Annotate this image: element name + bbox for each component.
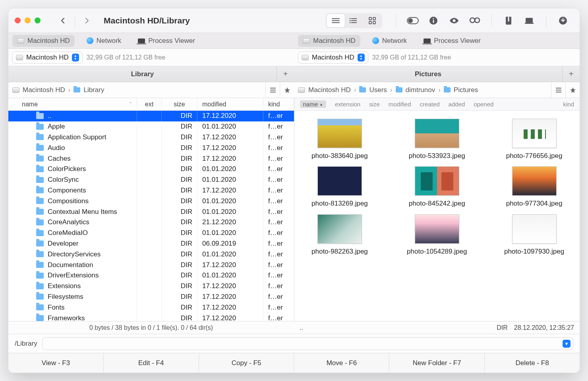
sort-size[interactable]: size	[369, 101, 380, 108]
grid-item[interactable]: photo-845242.jpeg	[395, 166, 478, 208]
breadcrumb-segment[interactable]: Library	[83, 86, 104, 94]
table-row[interactable]: CoreAnalyticsDIR21.12.2020f…er	[8, 217, 294, 228]
breadcrumb-segment[interactable]: Macintosh HD	[23, 86, 65, 94]
close-window-button[interactable]	[15, 17, 21, 23]
breadcrumb-bar: Macintosh HD›Library Macintosh HD›Users›…	[8, 82, 580, 98]
table-row[interactable]: ComponentsDIR17.12.2020f…er	[8, 185, 294, 196]
sort-opened[interactable]: opened	[474, 101, 493, 108]
shelf-hd-left[interactable]: Macintosh HD	[12, 35, 75, 47]
fn-newfolder[interactable]: New Folder - F7	[389, 353, 485, 373]
table-row[interactable]: ExtensionsDIR17.12.2020f…er	[8, 281, 294, 292]
tab-left[interactable]: Library	[8, 66, 277, 82]
grid-item[interactable]: photo-813269.jpeg	[298, 166, 381, 208]
folder-icon	[396, 87, 402, 92]
file-size: DIR	[181, 176, 192, 184]
breadcrumb-segment[interactable]: Macintosh HD	[308, 86, 351, 94]
table-row[interactable]: FontsDIR17.12.2020f…er	[8, 302, 294, 313]
grid-item[interactable]: photo-383640.jpeg	[298, 119, 381, 160]
grid-item[interactable]: photo-1097930.jpeg	[493, 214, 576, 256]
fn-edit[interactable]: Edit - F4	[104, 353, 199, 373]
col-name[interactable]: name˄	[8, 98, 137, 110]
table-row[interactable]: ColorPickersDIR01.01.2020f…er	[8, 164, 294, 175]
toggle-hidden-button[interactable]	[406, 13, 420, 28]
table-row[interactable]: AudioDIR17.12.2020f…er	[8, 142, 294, 153]
table-row[interactable]: DocumentationDIR17.12.2020f…er	[8, 260, 294, 270]
breadcrumb-segment[interactable]: Pictures	[454, 86, 478, 94]
table-row[interactable]: CachesDIR17.12.2020f…er	[8, 153, 294, 164]
new-tab-right[interactable]: +	[562, 66, 580, 82]
preview-button[interactable]	[447, 13, 461, 28]
col-size[interactable]: size	[162, 98, 197, 110]
share-button[interactable]	[522, 13, 536, 28]
shelf-network-left[interactable]: Network	[82, 35, 126, 47]
zoom-window-button[interactable]	[35, 17, 41, 23]
grid-item[interactable]: photo-977304.jpeg	[493, 166, 576, 208]
col-modified[interactable]: modified	[197, 98, 263, 110]
window-controls	[15, 17, 41, 23]
sort-added[interactable]: added	[449, 101, 465, 108]
nav-back-button[interactable]	[52, 13, 74, 29]
shelf-hd-right[interactable]: Macintosh HD	[298, 35, 360, 47]
grid-item[interactable]: photo-1054289.jpeg	[395, 214, 478, 256]
shelf-network-right[interactable]: Network	[368, 35, 412, 47]
table-row[interactable]: AppleDIR01.01.2020f…er	[8, 121, 294, 132]
sort-extension[interactable]: extension	[335, 101, 360, 108]
list-mode-icon[interactable]	[265, 82, 280, 98]
sort-name[interactable]: name▲	[300, 100, 326, 108]
col-ext[interactable]: ext	[137, 98, 162, 110]
minimize-window-button[interactable]	[25, 17, 31, 23]
breadcrumb-right[interactable]: Macintosh HD›Users›dimtrunov›Pictures	[294, 86, 551, 94]
table-row[interactable]: DriverExtensionsDIR01.01.2020f…er	[8, 270, 294, 281]
nav-forward-button[interactable]	[76, 13, 98, 29]
tab-right[interactable]: Pictures	[294, 66, 562, 82]
table-row[interactable]: CompositionsDIR01.01.2020f…er	[8, 196, 294, 206]
sort-created[interactable]: created	[420, 101, 440, 108]
breadcrumb-segment[interactable]: dimtrunov	[406, 86, 435, 94]
icon-grid-area[interactable]: photo-383640.jpegphoto-533923.jpegphoto-…	[294, 111, 580, 321]
new-tab-left[interactable]: +	[277, 66, 294, 82]
table-row[interactable]: Contextual Menu ItemsDIR01.01.2020f…er	[8, 206, 294, 217]
table-row[interactable]: CoreMediaIODIR01.01.2020f…er	[8, 228, 294, 239]
col-kind[interactable]: kind	[263, 98, 294, 110]
list-mode-icon[interactable]	[551, 82, 565, 98]
shelf-process-right[interactable]: Process Viewer	[419, 35, 485, 47]
table-row[interactable]: DirectoryServicesDIR01.01.2020f…er	[8, 249, 294, 260]
grid-item[interactable]: photo-533923.jpeg	[395, 119, 478, 160]
chevron-down-icon[interactable]: ▼	[563, 340, 571, 348]
table-row[interactable]: FrameworksDIR17.12.2020f…er	[8, 313, 294, 321]
view-icons-button[interactable]	[363, 14, 381, 27]
thumbnail	[415, 214, 459, 244]
sort-modified[interactable]: modified	[389, 101, 411, 108]
search-button[interactable]	[468, 13, 482, 28]
table-row[interactable]: Application SupportDIR17.12.2020f…er	[8, 132, 294, 143]
sort-kind[interactable]: kind	[563, 101, 574, 108]
table-row[interactable]: DeveloperDIR06.09.2019f…er	[8, 239, 294, 249]
download-button[interactable]	[556, 13, 570, 28]
table-row[interactable]: ColorSyncDIR01.01.2020f…er	[8, 175, 294, 185]
table-row[interactable]: FilesystemsDIR17.12.2020f…er	[8, 292, 294, 302]
volume-selector-left[interactable]: Macintosh HD▲▼	[12, 52, 83, 64]
fn-copy[interactable]: Copy - F5	[199, 353, 294, 373]
fn-view[interactable]: View - F3	[8, 353, 104, 373]
view-columns-button[interactable]	[345, 14, 363, 27]
favorite-icon[interactable]	[565, 82, 580, 98]
command-input[interactable]: ▼	[42, 337, 573, 350]
info-button[interactable]	[426, 13, 441, 28]
shelf-process-left[interactable]: Process Viewer	[133, 35, 200, 47]
file-list-left[interactable]: ..DIR17.12.2020f…erAppleDIR01.01.2020f…e…	[8, 111, 294, 321]
breadcrumb-left[interactable]: Macintosh HD›Library	[8, 86, 265, 94]
function-bar: View - F3 Edit - F4 Copy - F5 Move - F6 …	[8, 353, 580, 373]
status-left: 0 bytes / 38 bytes in 0 / 1 file(s). 0 /…	[8, 321, 294, 334]
file-size: DIR	[181, 197, 192, 205]
grid-item[interactable]: photo-982263.jpeg	[298, 214, 381, 256]
breadcrumb-segment[interactable]: Users	[369, 86, 387, 94]
view-list-button[interactable]	[327, 14, 345, 27]
table-row[interactable]: ..DIR17.12.2020f…er	[8, 111, 294, 121]
grid-item[interactable]: photo-776656.jpeg	[493, 119, 576, 160]
archive-button[interactable]	[501, 13, 516, 28]
volume-selector-right[interactable]: Macintosh HD▲▼	[298, 52, 368, 64]
file-size: DIR	[181, 187, 192, 194]
favorite-icon[interactable]	[280, 82, 294, 98]
fn-delete[interactable]: Delete - F8	[485, 353, 580, 373]
fn-move[interactable]: Move - F6	[294, 353, 389, 373]
